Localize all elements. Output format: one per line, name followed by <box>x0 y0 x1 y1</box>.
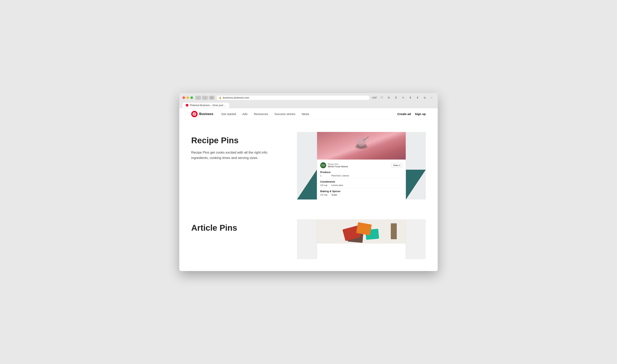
fullscreen-button[interactable] <box>190 96 193 99</box>
make-it-button[interactable]: Make it <box>391 163 403 168</box>
site-nav: Business Get started Ads Resources Succe… <box>179 108 438 120</box>
article-pins-section: Article Pins <box>191 211 426 259</box>
left-pin-card <box>297 132 317 199</box>
business-label: Business <box>199 112 213 116</box>
browser-controls: ‹ › ⊡ 🔒 business.pinterest.com ABP 🛡 ⚙ ☰… <box>183 95 434 100</box>
pin-card-body: WHOLEFOODS Recipe from Whole Foods Marke… <box>317 159 406 199</box>
whole-foods-logo: WHOLEFOODS <box>320 162 326 168</box>
condiments-item-name: Lemon juice <box>331 184 343 186</box>
recipe-from-row: WHOLEFOODS Recipe from Whole Foods Marke… <box>320 162 403 168</box>
baking-item-row: 1/2 cup Sugar <box>320 194 403 196</box>
extension-icon[interactable]: ⚙ <box>386 96 392 100</box>
adblocker-icon[interactable]: ABP <box>372 96 377 100</box>
pillow-scene <box>317 219 406 259</box>
create-ad-button[interactable]: Create ad <box>397 112 411 116</box>
svg-point-4 <box>356 138 362 144</box>
add-tab-button[interactable]: + <box>429 96 434 100</box>
recipe-section-visual: WHOLEFOODS Recipe from Whole Foods Marke… <box>297 132 426 199</box>
article-main-card <box>317 219 406 259</box>
url-text: business.pinterest.com <box>223 96 249 99</box>
browser-actions: ABP 🛡 ⚙ ☰ ↻ ⬇ ⬆ ⧉ + <box>372 96 434 100</box>
tab-favicon: p <box>186 104 188 107</box>
address-bar[interactable]: 🔒 business.pinterest.com <box>217 95 369 100</box>
recipe-pins-section: Recipe Pins Recipe Pins get cooks excite… <box>191 132 426 199</box>
share-icon[interactable]: ⬆ <box>415 96 420 100</box>
nav-news[interactable]: News <box>302 111 309 117</box>
produce-item-name: Peel from 1 lemon <box>331 174 349 177</box>
forward-button[interactable]: › <box>202 96 208 100</box>
condiments-item-row: 1/2 cup Lemon juice <box>320 184 403 186</box>
tab-bar: p Pinterest Business – Grow your ... <box>183 102 434 108</box>
download-icon[interactable]: ⬇ <box>407 96 413 100</box>
recipe-from-label: Recipe from <box>328 163 348 165</box>
recipe-section-description: Recipe Pins get cooks excited with all t… <box>191 150 285 161</box>
lamp-item <box>391 223 397 239</box>
menu-icon[interactable]: ☰ <box>393 96 399 100</box>
window-icon[interactable]: ⧉ <box>422 96 427 100</box>
sign-up-button[interactable]: Sign up <box>415 112 426 116</box>
pinterest-logo <box>191 111 197 117</box>
browser-window: ‹ › ⊡ 🔒 business.pinterest.com ABP 🛡 ⚙ ☰… <box>179 93 438 271</box>
pin-card-image <box>317 132 406 159</box>
page-content: Business Get started Ads Resources Succe… <box>179 108 438 271</box>
article-left-card <box>297 219 317 259</box>
main-content: Recipe Pins Recipe Pins get cooks excite… <box>179 120 438 271</box>
condiments-label: Condiments <box>320 180 403 183</box>
minimize-button[interactable] <box>186 96 189 99</box>
browser-chrome: ‹ › ⊡ 🔒 business.pinterest.com ABP 🛡 ⚙ ☰… <box>179 93 438 108</box>
nav-ads[interactable]: Ads <box>242 111 248 117</box>
article-pin-image <box>317 219 406 259</box>
nav-success-stories[interactable]: Success stories <box>275 111 295 117</box>
back-button[interactable]: ‹ <box>195 96 201 100</box>
recipe-section-title: Recipe Pins <box>191 136 285 145</box>
recipe-source-name: Whole Foods Market <box>328 165 348 168</box>
traffic-lights <box>183 96 193 99</box>
tab-title: Pinterest Business – Grow your ... <box>190 104 226 107</box>
nav-links: Get started Ads Resources Success storie… <box>221 111 397 117</box>
produce-item-row: 1 Peel from 1 lemon <box>320 174 403 177</box>
close-button[interactable] <box>183 96 185 99</box>
right-pin-card <box>406 132 426 199</box>
svg-point-6 <box>363 139 365 141</box>
recipe-source: WHOLEFOODS Recipe from Whole Foods Marke… <box>320 162 348 168</box>
nav-buttons: ‹ › ⊡ <box>195 96 214 100</box>
lock-icon: 🔒 <box>219 96 222 99</box>
baking-qty: 1/2 cup <box>320 194 328 196</box>
recipe-source-text: Recipe from Whole Foods Market <box>328 163 348 168</box>
active-tab[interactable]: p Pinterest Business – Grow your ... <box>183 103 229 108</box>
baking-label: Baking & Spices <box>320 190 403 193</box>
svg-text:p: p <box>186 104 188 106</box>
shield-icon[interactable]: 🛡 <box>379 96 384 100</box>
nav-get-started[interactable]: Get started <box>221 111 236 117</box>
pin-cards-container: WHOLEFOODS Recipe from Whole Foods Marke… <box>297 132 426 199</box>
teal-decoration-right <box>406 170 426 199</box>
article-section-visual <box>297 219 426 259</box>
reload-button[interactable]: ↻ <box>400 96 406 100</box>
nav-right: Create ad Sign up <box>397 112 426 116</box>
produce-label: Produce <box>320 171 403 174</box>
produce-qty: 1 <box>320 174 328 177</box>
reader-mode-button[interactable]: ⊡ <box>209 96 214 100</box>
divider-2 <box>320 188 403 188</box>
article-pin-cards <box>297 219 426 259</box>
condiments-qty: 1/2 cup <box>320 184 328 186</box>
article-section-text: Article Pins <box>191 219 285 237</box>
recipe-section-text: Recipe Pins Recipe Pins get cooks excite… <box>191 132 285 161</box>
logo-area[interactable]: Business <box>191 111 213 117</box>
baking-item-name: Sugar <box>331 194 337 196</box>
article-section-title: Article Pins <box>191 223 285 233</box>
divider-1 <box>320 178 403 179</box>
main-pin-card: WHOLEFOODS Recipe from Whole Foods Marke… <box>317 132 406 199</box>
nav-resources[interactable]: Resources <box>254 111 268 117</box>
teal-decoration-left <box>297 170 317 199</box>
bed-sheet <box>317 243 406 259</box>
article-right-card <box>406 219 426 259</box>
